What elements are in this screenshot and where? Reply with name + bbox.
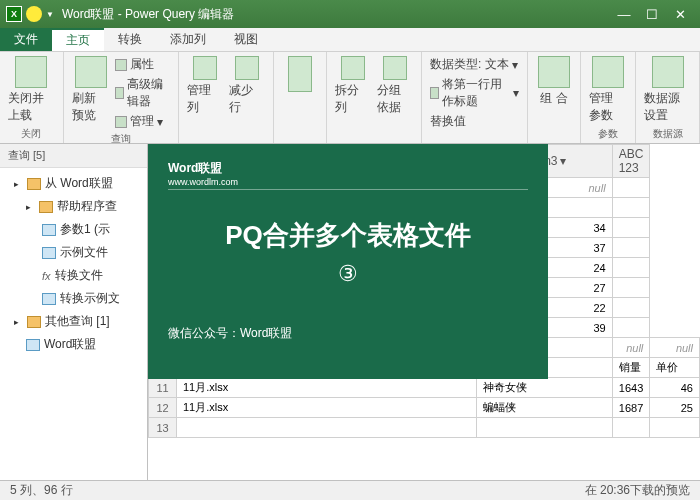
status-bar: 5 列、96 行 在 20:36下载的预览	[0, 480, 700, 500]
overlay-banner: Word联盟 www.wordlm.com PQ合并多个表格文件 ③ 微信公众号…	[148, 144, 548, 379]
tree-folder[interactable]: ▸其他查询 [1]	[2, 310, 145, 333]
tree-item[interactable]: 示例文件	[2, 241, 145, 264]
overlay-url: www.wordlm.com	[168, 177, 528, 190]
tree-folder[interactable]: ▸从 Word联盟	[2, 172, 145, 195]
tree-item[interactable]: Word联盟	[2, 333, 145, 356]
query-sidebar: 查询 [5] ▸从 Word联盟 ▸帮助程序查 参数1 (示 示例文件 fx转换…	[0, 144, 148, 480]
status-right: 在 20:36下载的预览	[585, 482, 690, 499]
ribbon-group-datasource: 数据源 设置 数据源	[636, 52, 700, 143]
tree-item[interactable]: 转换示例文	[2, 287, 145, 310]
datasource-button[interactable]: 数据源 设置	[644, 56, 691, 124]
table-row: 13	[149, 418, 700, 438]
tab-view[interactable]: 视图	[220, 28, 272, 51]
reduce-rows-button[interactable]: 减少 行	[229, 56, 265, 116]
refresh-button[interactable]: 刷新 预览	[72, 56, 109, 124]
overlay-number: ③	[168, 261, 528, 287]
manage-button[interactable]: 管理 ▾	[115, 113, 170, 130]
tree-item[interactable]: 参数1 (示	[2, 218, 145, 241]
overlay-logo: Word联盟	[168, 156, 528, 177]
sort-button[interactable]	[282, 56, 318, 92]
smiley-icon	[26, 6, 42, 22]
close-button[interactable]: ✕	[666, 4, 694, 24]
ribbon-group-sort	[274, 52, 327, 143]
split-col-button[interactable]: 拆分 列	[335, 56, 371, 116]
maximize-button[interactable]: ☐	[638, 4, 666, 24]
file-menu[interactable]: 文件	[0, 28, 52, 51]
overlay-title: PQ合并多个表格文件	[168, 218, 528, 253]
tab-addcolumn[interactable]: 添加列	[156, 28, 220, 51]
tree-item[interactable]: fx转换文件	[2, 264, 145, 287]
replace-values-button[interactable]: 替换值	[430, 113, 519, 130]
ribbon-group-close: 关闭并 上载 关闭	[0, 52, 64, 143]
overlay-subtitle: 微信公众号：Word联盟	[168, 325, 528, 342]
firstrow-header-button[interactable]: 将第一行用作标题 ▾	[430, 76, 519, 110]
table-row: 1211月.xlsx蝙蝠侠168725	[149, 398, 700, 418]
close-load-button[interactable]: 关闭并 上载	[8, 56, 55, 124]
tree-folder[interactable]: ▸帮助程序查	[2, 195, 145, 218]
ribbon: 关闭并 上载 关闭 刷新 预览 属性 高级编辑器 管理 ▾ 查询 管理 列 减少…	[0, 52, 700, 144]
ribbon-group-query: 刷新 预览 属性 高级编辑器 管理 ▾ 查询	[64, 52, 179, 143]
minimize-button[interactable]: —	[610, 4, 638, 24]
manage-cols-button[interactable]: 管理 列	[187, 56, 223, 116]
datatype-button[interactable]: 数据类型: 文本 ▾	[430, 56, 519, 73]
ribbon-group-cols: 管理 列 减少 行	[179, 52, 274, 143]
query-tree: ▸从 Word联盟 ▸帮助程序查 参数1 (示 示例文件 fx转换文件 转换示例…	[0, 168, 147, 360]
advanced-editor-button[interactable]: 高级编辑器	[115, 76, 170, 110]
ribbon-group-transform: 数据类型: 文本 ▾ 将第一行用作标题 ▾ 替换值	[422, 52, 528, 143]
properties-button[interactable]: 属性	[115, 56, 170, 73]
tab-home[interactable]: 主页	[52, 28, 104, 51]
groupby-button[interactable]: 分组 依据	[377, 56, 413, 116]
col-header[interactable]: ABC123	[612, 145, 650, 178]
ribbon-group-combine: 组 合	[528, 52, 581, 143]
table-row: 1111月.xlsx神奇女侠164346	[149, 378, 700, 398]
combine-button[interactable]: 组 合	[536, 56, 572, 107]
excel-icon: X	[6, 6, 22, 22]
status-left: 5 列、96 行	[10, 482, 73, 499]
manage-params-button[interactable]: 管理 参数	[589, 56, 627, 124]
qat-dropdown-icon[interactable]: ▼	[46, 10, 54, 19]
sidebar-header: 查询 [5]	[0, 144, 147, 168]
titlebar: X ▼ Word联盟 - Power Query 编辑器 — ☐ ✕	[0, 0, 700, 28]
window-title: Word联盟 - Power Query 编辑器	[62, 6, 610, 23]
menubar: 文件 主页 转换 添加列 视图	[0, 28, 700, 52]
query-props: 属性 高级编辑器 管理 ▾	[115, 56, 170, 130]
ribbon-group-split: 拆分 列 分组 依据	[327, 52, 422, 143]
tab-transform[interactable]: 转换	[104, 28, 156, 51]
ribbon-group-params: 管理 参数 参数	[581, 52, 636, 143]
